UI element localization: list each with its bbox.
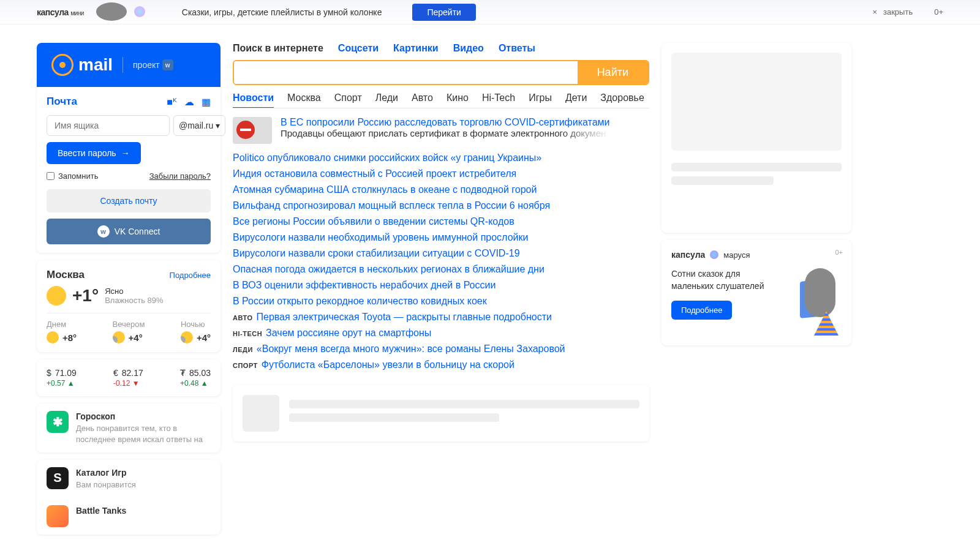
tab-news[interactable]: Новости xyxy=(233,92,274,108)
forecast-day: Днем +8° xyxy=(47,320,77,343)
moon-cloud-icon xyxy=(113,331,125,343)
search-type-tabs: Поиск в интернете Соцсети Картинки Видео… xyxy=(233,43,649,54)
top-promo-banner: капсула мини Сказки, игры, детские плейл… xyxy=(0,0,980,24)
tab-sport[interactable]: Спорт xyxy=(334,92,362,104)
banner-age-rating: 0+ xyxy=(934,7,943,17)
weather-card: Москва Подробнее +1° Ясно Влажность 89% … xyxy=(37,260,221,352)
search-tab-answers[interactable]: Ответы xyxy=(499,43,535,54)
remember-checkbox[interactable] xyxy=(47,172,55,180)
current-temp: +1° xyxy=(72,286,99,306)
news-item[interactable]: Politico опубликовало снимки российских … xyxy=(233,150,649,166)
news-item[interactable]: Атомная субмарина США столкнулась в океа… xyxy=(233,182,649,198)
mail-section-title[interactable]: Почта xyxy=(47,96,77,108)
search-tab-social[interactable]: Соцсети xyxy=(338,43,379,54)
cloud-icon[interactable]: ☁ xyxy=(184,96,194,108)
tab-health[interactable]: Здоровье xyxy=(600,92,644,104)
forecast-night: Ночью +4° xyxy=(181,320,211,343)
featured-headline: В ЕС попросили Россию расследовать торго… xyxy=(281,117,610,128)
logo-text: mail xyxy=(78,55,113,75)
chevron-down-icon: ▾ xyxy=(216,121,220,130)
forgot-password-link[interactable]: Забыли пароль? xyxy=(149,171,211,181)
news-item[interactable]: СПОРТФутболиста «Барселоны» увезли в бол… xyxy=(233,357,649,373)
search-bar: Найти xyxy=(233,60,649,85)
forecast-evening: Вечером +4° xyxy=(113,320,145,343)
featured-summary: Продавцы обещают прислать сертификат в ф… xyxy=(281,128,610,138)
remember-checkbox-label[interactable]: Запомнить xyxy=(47,171,98,181)
project-label: проект w xyxy=(133,59,173,70)
games-icon: S xyxy=(47,467,69,489)
search-tab-images[interactable]: Картинки xyxy=(393,43,439,54)
arrow-right-icon: → xyxy=(121,148,130,158)
promo-battle-tanks[interactable]: Battle Tanks xyxy=(37,498,221,535)
promo-age-rating: 0+ xyxy=(835,249,843,256)
promo-brand: капсула xyxy=(671,250,705,260)
tab-kino[interactable]: Кино xyxy=(447,92,469,104)
news-item[interactable]: Вирусологи назвали необходимый уровень и… xyxy=(233,230,649,246)
mail-login-card: mail проект w Почта ■ᴷ ☁ ▦ @mail.ru ▾ xyxy=(37,43,221,253)
currency-rates-card[interactable]: $ 71.09 +0.57 ▲ € 82.17 -0.12 ▼ ₮ 85.03 … xyxy=(37,359,221,396)
featured-news[interactable]: В ЕС попросили Россию расследовать торго… xyxy=(233,117,649,144)
create-mail-button[interactable]: Создать почту xyxy=(47,189,211,212)
mail-domain-select[interactable]: @mail.ru ▾ xyxy=(173,115,225,136)
close-icon: × xyxy=(872,7,877,17)
search-tab-video[interactable]: Видео xyxy=(453,43,484,54)
promo-details-button[interactable]: Подробнее xyxy=(671,301,732,320)
tab-auto[interactable]: Авто xyxy=(412,92,433,104)
rate-oil: ₮ 85.03 +0.48 ▲ xyxy=(180,368,211,388)
video-icon[interactable]: ■ᴷ xyxy=(167,96,177,108)
loading-skeleton xyxy=(233,385,649,441)
weather-city: Москва xyxy=(47,269,85,281)
ad-skeleton xyxy=(662,43,851,233)
battle-tanks-icon xyxy=(47,505,69,527)
calendar-icon[interactable]: ▦ xyxy=(202,96,211,108)
weather-humidity: Влажность 89% xyxy=(105,296,163,305)
vk-icon: w xyxy=(162,59,173,70)
weather-details-link[interactable]: Подробнее xyxy=(170,271,211,280)
news-item[interactable]: ЛЕДИ«Вокруг меня всегда много мужчин»: в… xyxy=(233,341,649,357)
promo-horoscope[interactable]: ✱ ГороскопДень понравится тем, кто в пос… xyxy=(37,403,221,452)
moon-cloud-icon xyxy=(181,331,193,343)
vk-connect-button[interactable]: w VK Connect xyxy=(47,219,211,244)
banner-close-button[interactable]: × закрыть xyxy=(872,7,913,17)
news-item[interactable]: Вильфанд спрогнозировал мощный всплеск т… xyxy=(233,198,649,214)
news-item[interactable]: Опасная погода ожидается в нескольких ре… xyxy=(233,261,649,277)
tab-kids[interactable]: Дети xyxy=(565,92,587,104)
sun-icon xyxy=(47,331,59,343)
news-item[interactable]: Индия остановила совместный с Россией пр… xyxy=(233,166,649,182)
tab-lady[interactable]: Леди xyxy=(375,92,398,104)
mailbox-name-input[interactable] xyxy=(47,115,170,136)
search-tab-internet[interactable]: Поиск в интернете xyxy=(233,43,323,54)
rate-usd: $ 71.09 +0.57 ▲ xyxy=(47,368,77,388)
promo-illustration xyxy=(788,268,842,336)
banner-brand: капсула мини xyxy=(37,7,84,17)
banner-tagline: Сказки, игры, детские плейлисты в умной … xyxy=(182,7,382,17)
category-tabs: Новости Москва Спорт Леди Авто Кино Hi-T… xyxy=(233,92,649,108)
sun-icon xyxy=(47,286,66,306)
banner-go-button[interactable]: Перейти xyxy=(412,4,475,21)
news-item[interactable]: Вирусологи назвали сроки стабилизации си… xyxy=(233,246,649,261)
horoscope-icon: ✱ xyxy=(47,411,69,433)
news-item[interactable]: Все регионы России объявили о введении с… xyxy=(233,214,649,230)
enter-password-button[interactable]: Ввести пароль → xyxy=(47,142,141,164)
search-button[interactable]: Найти xyxy=(578,61,648,84)
marusya-dot-icon xyxy=(710,250,718,259)
at-logo-icon xyxy=(51,54,74,76)
news-item[interactable]: В ВОЗ оценили эффективность нерабочих дн… xyxy=(233,277,649,293)
promo-games-catalog[interactable]: S Каталог ИгрВам понравится xyxy=(37,460,221,498)
kapsula-promo-card: 0+ капсула маруся Сотни сказок для мален… xyxy=(662,240,851,345)
news-item[interactable]: HI-TECHЗачем россияне орут на смартфоны xyxy=(233,325,649,341)
marusya-label: маруся xyxy=(723,250,750,260)
promo-list-card: ✱ ГороскопДень понравится тем, кто в пос… xyxy=(37,403,221,452)
search-input[interactable] xyxy=(234,61,578,84)
news-item[interactable]: АВТОПервая электрическая Toyota — раскры… xyxy=(233,309,649,325)
news-item[interactable]: В России открыто рекордное количество ко… xyxy=(233,293,649,309)
promo-list-card: S Каталог ИгрВам понравится Battle Tanks xyxy=(37,460,221,535)
vk-connect-icon: w xyxy=(97,225,110,238)
tab-moscow[interactable]: Москва xyxy=(287,92,321,104)
promo-text: Сотни сказок для маленьких слушателей xyxy=(671,268,782,292)
tab-hitech[interactable]: Hi-Tech xyxy=(482,92,515,104)
tab-games[interactable]: Игры xyxy=(529,92,552,104)
logo-header[interactable]: mail проект w xyxy=(37,43,221,87)
news-thumbnail xyxy=(233,117,272,144)
weather-condition: Ясно xyxy=(105,287,163,296)
